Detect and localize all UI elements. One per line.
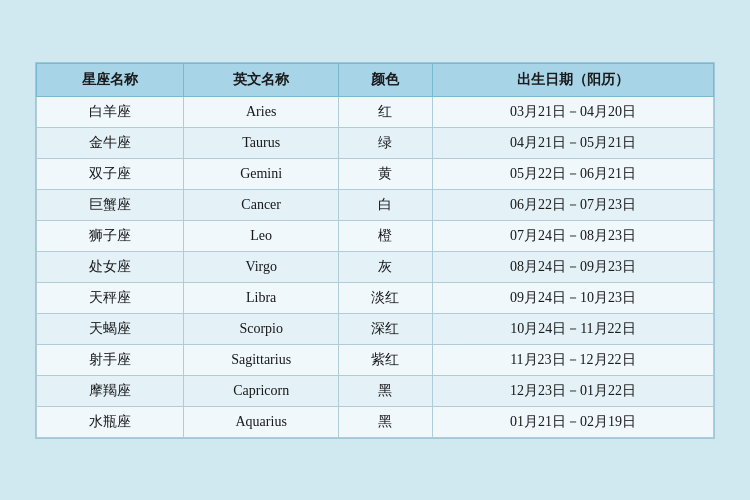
cell-english-name: Taurus xyxy=(184,127,339,158)
header-english-name: 英文名称 xyxy=(184,63,339,96)
zodiac-table-container: 星座名称 英文名称 颜色 出生日期（阳历） 白羊座Aries红03月21日－04… xyxy=(35,62,715,439)
table-header-row: 星座名称 英文名称 颜色 出生日期（阳历） xyxy=(37,63,714,96)
cell-chinese-name: 摩羯座 xyxy=(37,375,184,406)
table-row: 天秤座Libra淡红09月24日－10月23日 xyxy=(37,282,714,313)
cell-dates: 05月22日－06月21日 xyxy=(432,158,713,189)
table-row: 白羊座Aries红03月21日－04月20日 xyxy=(37,96,714,127)
table-row: 狮子座Leo橙07月24日－08月23日 xyxy=(37,220,714,251)
cell-english-name: Virgo xyxy=(184,251,339,282)
cell-color: 黑 xyxy=(339,375,433,406)
cell-english-name: Capricorn xyxy=(184,375,339,406)
zodiac-table: 星座名称 英文名称 颜色 出生日期（阳历） 白羊座Aries红03月21日－04… xyxy=(36,63,714,438)
cell-english-name: Libra xyxy=(184,282,339,313)
cell-chinese-name: 天秤座 xyxy=(37,282,184,313)
header-chinese-name: 星座名称 xyxy=(37,63,184,96)
cell-dates: 10月24日－11月22日 xyxy=(432,313,713,344)
table-body: 白羊座Aries红03月21日－04月20日金牛座Taurus绿04月21日－0… xyxy=(37,96,714,437)
cell-dates: 03月21日－04月20日 xyxy=(432,96,713,127)
cell-chinese-name: 巨蟹座 xyxy=(37,189,184,220)
cell-chinese-name: 金牛座 xyxy=(37,127,184,158)
table-row: 巨蟹座Cancer白06月22日－07月23日 xyxy=(37,189,714,220)
cell-dates: 11月23日－12月22日 xyxy=(432,344,713,375)
cell-dates: 07月24日－08月23日 xyxy=(432,220,713,251)
cell-color: 深红 xyxy=(339,313,433,344)
cell-color: 绿 xyxy=(339,127,433,158)
cell-english-name: Cancer xyxy=(184,189,339,220)
cell-chinese-name: 白羊座 xyxy=(37,96,184,127)
cell-dates: 12月23日－01月22日 xyxy=(432,375,713,406)
cell-color: 黄 xyxy=(339,158,433,189)
table-row: 金牛座Taurus绿04月21日－05月21日 xyxy=(37,127,714,158)
cell-chinese-name: 射手座 xyxy=(37,344,184,375)
cell-english-name: Leo xyxy=(184,220,339,251)
cell-dates: 08月24日－09月23日 xyxy=(432,251,713,282)
cell-chinese-name: 天蝎座 xyxy=(37,313,184,344)
cell-color: 灰 xyxy=(339,251,433,282)
cell-color: 橙 xyxy=(339,220,433,251)
table-row: 摩羯座Capricorn黑12月23日－01月22日 xyxy=(37,375,714,406)
cell-english-name: Sagittarius xyxy=(184,344,339,375)
table-row: 处女座Virgo灰08月24日－09月23日 xyxy=(37,251,714,282)
cell-color: 红 xyxy=(339,96,433,127)
cell-chinese-name: 双子座 xyxy=(37,158,184,189)
cell-chinese-name: 狮子座 xyxy=(37,220,184,251)
cell-dates: 01月21日－02月19日 xyxy=(432,406,713,437)
cell-dates: 09月24日－10月23日 xyxy=(432,282,713,313)
cell-color: 白 xyxy=(339,189,433,220)
cell-chinese-name: 水瓶座 xyxy=(37,406,184,437)
header-color: 颜色 xyxy=(339,63,433,96)
cell-color: 黑 xyxy=(339,406,433,437)
cell-color: 淡红 xyxy=(339,282,433,313)
cell-dates: 04月21日－05月21日 xyxy=(432,127,713,158)
table-row: 天蝎座Scorpio深红10月24日－11月22日 xyxy=(37,313,714,344)
cell-dates: 06月22日－07月23日 xyxy=(432,189,713,220)
header-dates: 出生日期（阳历） xyxy=(432,63,713,96)
cell-english-name: Aquarius xyxy=(184,406,339,437)
cell-english-name: Aries xyxy=(184,96,339,127)
cell-color: 紫红 xyxy=(339,344,433,375)
cell-english-name: Gemini xyxy=(184,158,339,189)
table-row: 水瓶座Aquarius黑01月21日－02月19日 xyxy=(37,406,714,437)
table-row: 射手座Sagittarius紫红11月23日－12月22日 xyxy=(37,344,714,375)
cell-english-name: Scorpio xyxy=(184,313,339,344)
cell-chinese-name: 处女座 xyxy=(37,251,184,282)
table-row: 双子座Gemini黄05月22日－06月21日 xyxy=(37,158,714,189)
